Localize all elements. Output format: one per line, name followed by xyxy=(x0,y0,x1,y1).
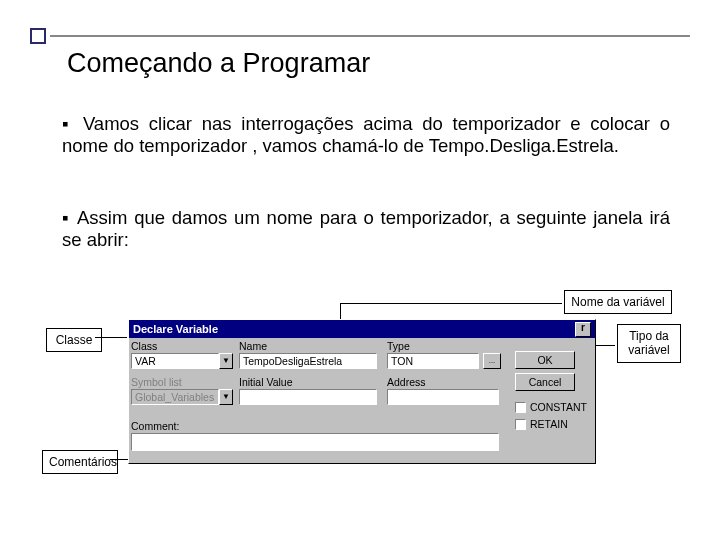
label-initialvalue: Initial Value xyxy=(239,376,293,388)
connector-line xyxy=(95,337,127,338)
close-icon[interactable]: r xyxy=(575,322,591,337)
paragraph-1: ▪ Vamos clicar nas interrogações acima d… xyxy=(62,113,670,157)
type-field[interactable]: TON xyxy=(387,353,479,369)
comment-field[interactable] xyxy=(131,433,499,451)
dialog-titlebar: Declare Variable r xyxy=(129,320,595,338)
label-symbollist: Symbol list xyxy=(131,376,182,388)
retain-checkbox[interactable]: RETAIN xyxy=(515,418,568,430)
label-type: Type xyxy=(387,340,410,352)
declare-variable-dialog: Declare Variable r Class Name Type VAR ▼… xyxy=(128,319,596,464)
cancel-button[interactable]: Cancel xyxy=(515,373,575,391)
label-address: Address xyxy=(387,376,426,388)
decoration-square-icon xyxy=(30,28,46,44)
dialog-body: Class Name Type VAR ▼ TempoDesligaEstrel… xyxy=(129,338,595,466)
label-comment: Comment: xyxy=(131,420,179,432)
constant-label: CONSTANT xyxy=(530,401,587,413)
checkbox-icon xyxy=(515,419,526,430)
initialvalue-field[interactable] xyxy=(239,389,377,405)
paragraph-1-text: Vamos clicar nas interrogações acima do … xyxy=(62,113,670,156)
callout-nome: Nome da variável xyxy=(564,290,672,314)
dialog-diagram: Classe Nome da variável Tipo da variável… xyxy=(40,290,680,490)
symbollist-field: Global_Variables xyxy=(131,389,219,405)
label-class: Class xyxy=(131,340,157,352)
bullet-icon: ▪ xyxy=(62,207,77,228)
bullet-icon: ▪ xyxy=(62,113,83,134)
callout-tipo: Tipo da variável xyxy=(617,324,681,363)
callout-classe: Classe xyxy=(46,328,102,352)
type-ellipsis-button[interactable]: ... xyxy=(483,353,501,369)
address-field[interactable] xyxy=(387,389,499,405)
constant-checkbox[interactable]: CONSTANT xyxy=(515,401,587,413)
connector-line xyxy=(340,303,562,304)
name-field[interactable]: TempoDesligaEstrela xyxy=(239,353,377,369)
page-title: Começando a Programar xyxy=(67,48,370,79)
label-name: Name xyxy=(239,340,267,352)
retain-label: RETAIN xyxy=(530,418,568,430)
paragraph-2-text: Assim que damos um nome para o temporiza… xyxy=(62,207,670,250)
ok-button[interactable]: OK xyxy=(515,351,575,369)
header-decoration xyxy=(30,28,690,44)
symbollist-dropdown-icon: ▼ xyxy=(219,389,233,405)
dialog-title: Declare Variable xyxy=(133,323,218,335)
paragraph-2: ▪ Assim que damos um nome para o tempori… xyxy=(62,207,670,251)
decoration-line xyxy=(50,35,690,37)
class-dropdown-icon[interactable]: ▼ xyxy=(219,353,233,369)
class-field[interactable]: VAR xyxy=(131,353,219,369)
callout-comentarios: Comentários xyxy=(42,450,118,474)
checkbox-icon xyxy=(515,402,526,413)
